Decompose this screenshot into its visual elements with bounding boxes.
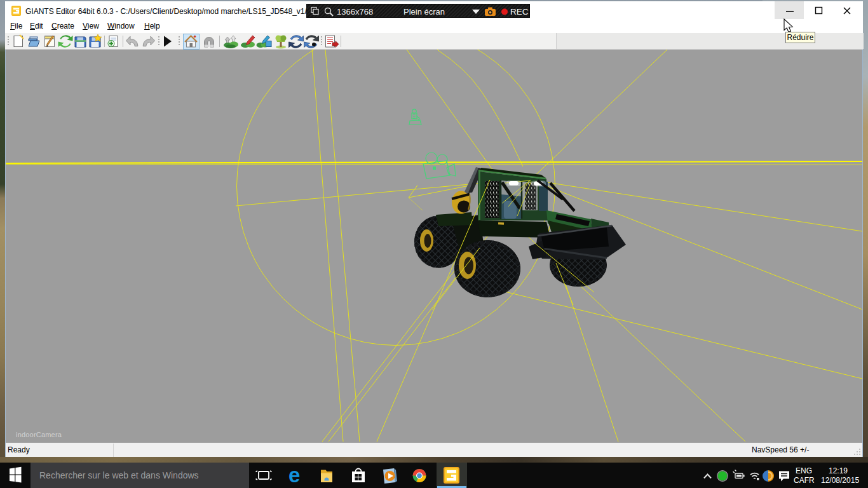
svg-text:e: e [288, 463, 300, 487]
